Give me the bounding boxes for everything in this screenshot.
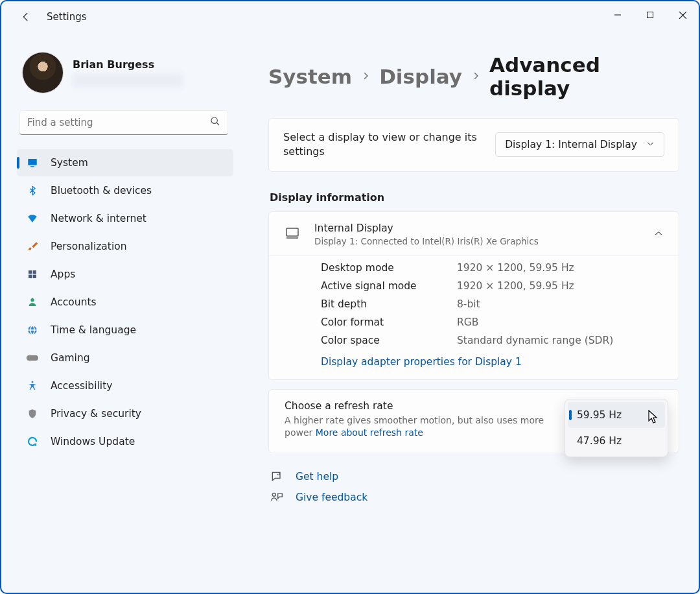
- svg-rect-8: [29, 270, 32, 274]
- monitor-icon: [285, 225, 300, 243]
- select-display-label: Select a display to view or change its s…: [283, 130, 478, 160]
- sidebar-item-label: Personalization: [51, 241, 127, 252]
- breadcrumb: System Display Advanced display: [268, 53, 679, 100]
- get-help-link[interactable]: Get help: [296, 471, 338, 482]
- maximize-button[interactable]: [634, 1, 666, 29]
- sidebar-item-label: Accessibility: [51, 380, 112, 392]
- sidebar-item-label: Apps: [51, 268, 75, 280]
- sidebar-item-windows-update[interactable]: Windows Update: [17, 428, 233, 455]
- display-sub: Display 1: Connected to Intel(R) Iris(R)…: [314, 236, 539, 246]
- sidebar-item-network-internet[interactable]: Network & internet: [17, 205, 233, 232]
- close-button[interactable]: [666, 1, 699, 29]
- svg-line-5: [216, 123, 219, 125]
- svg-point-4: [211, 117, 217, 123]
- svg-rect-16: [27, 355, 38, 361]
- sidebar-item-gaming[interactable]: Gaming: [17, 344, 233, 372]
- accessibility-icon: [26, 380, 39, 392]
- nav-list: SystemBluetooth & devicesNetwork & inter…: [17, 149, 233, 455]
- chevron-up-icon: [654, 228, 663, 241]
- sidebar-item-personalization[interactable]: Personalization: [17, 233, 233, 260]
- sidebar-item-label: Gaming: [51, 352, 90, 364]
- info-value: 1920 × 1200, 59.95 Hz: [457, 280, 574, 292]
- feedback-icon: [270, 491, 284, 504]
- svg-rect-18: [286, 228, 298, 236]
- svg-point-21: [272, 493, 275, 496]
- svg-rect-10: [29, 275, 32, 278]
- refresh-option-0[interactable]: 59.95 Hz: [568, 402, 665, 428]
- sidebar-item-label: Privacy & security: [51, 408, 141, 420]
- info-key: Desktop mode: [321, 262, 431, 274]
- breadcrumb-system[interactable]: System: [268, 65, 352, 88]
- chevron-right-icon: [361, 71, 370, 83]
- chevron-right-icon: [471, 71, 480, 83]
- give-feedback-row[interactable]: Give feedback: [270, 491, 679, 504]
- sidebar-item-accounts[interactable]: Accounts: [17, 289, 233, 316]
- globe-icon: [26, 324, 39, 336]
- svg-point-17: [32, 381, 34, 383]
- info-value: Standard dynamic range (SDR): [457, 335, 613, 346]
- info-key: Active signal mode: [321, 280, 431, 292]
- profile-block[interactable]: Brian Burgess: [17, 40, 233, 109]
- info-value: RGB: [457, 316, 478, 328]
- sidebar-item-label: Bluetooth & devices: [51, 185, 152, 196]
- sidebar-item-time-language[interactable]: Time & language: [17, 316, 233, 344]
- info-row: Desktop mode1920 × 1200, 59.95 Hz: [321, 259, 663, 277]
- svg-rect-11: [33, 275, 36, 278]
- minimize-button[interactable]: [601, 1, 634, 29]
- svg-point-20: [277, 474, 279, 475]
- info-key: Bit depth: [321, 298, 431, 310]
- display-dropdown-value: Display 1: Internal Display: [505, 139, 637, 150]
- sidebar-item-accessibility[interactable]: Accessibility: [17, 372, 233, 399]
- back-button[interactable]: [19, 10, 32, 23]
- info-value: 1920 × 1200, 59.95 Hz: [457, 262, 574, 274]
- chevron-down-icon: [646, 139, 655, 150]
- gamepad-icon: [26, 353, 39, 362]
- bluetooth-icon: [26, 185, 39, 196]
- sidebar-item-bluetooth-devices[interactable]: Bluetooth & devices: [17, 177, 233, 204]
- search-icon: [210, 116, 220, 129]
- profile-email-blurred: [73, 73, 183, 88]
- brush-icon: [26, 241, 39, 252]
- sidebar-item-privacy-security[interactable]: Privacy & security: [17, 400, 233, 427]
- breadcrumb-display[interactable]: Display: [379, 65, 462, 88]
- refresh-rate-card: Choose a refresh rate A higher rate give…: [268, 389, 679, 453]
- help-icon: [270, 470, 284, 483]
- sidebar-item-label: Time & language: [51, 324, 136, 336]
- info-row: Active signal mode1920 × 1200, 59.95 Hz: [321, 277, 663, 295]
- breadcrumb-current: Advanced display: [489, 53, 679, 100]
- search-box[interactable]: [19, 110, 228, 135]
- more-about-refresh-link[interactable]: More about refresh rate: [316, 427, 423, 438]
- give-feedback-link[interactable]: Give feedback: [296, 492, 368, 503]
- info-value: 8-bit: [457, 298, 480, 310]
- display-info-header[interactable]: Internal Display Display 1: Connected to…: [269, 212, 679, 255]
- info-row: Color formatRGB: [321, 313, 663, 331]
- get-help-row[interactable]: Get help: [270, 470, 679, 483]
- refresh-rate-popup: 59.95 Hz 47.96 Hz: [565, 399, 668, 457]
- avatar: [22, 52, 64, 93]
- refresh-option-1[interactable]: 47.96 Hz: [568, 428, 665, 454]
- svg-rect-6: [28, 159, 37, 165]
- refresh-rate-desc: A higher rate gives smoother motion, but…: [285, 414, 557, 440]
- svg-rect-1: [648, 12, 653, 18]
- info-row: Bit depth8-bit: [321, 295, 663, 313]
- search-input[interactable]: [19, 110, 228, 135]
- person-icon: [26, 296, 39, 308]
- svg-point-12: [30, 298, 34, 302]
- info-key: Color space: [321, 335, 431, 346]
- wifi-icon: [26, 213, 39, 224]
- display-icon: [26, 157, 39, 169]
- sidebar-item-apps[interactable]: Apps: [17, 261, 233, 288]
- shield-icon: [26, 408, 39, 420]
- display-dropdown[interactable]: Display 1: Internal Display: [495, 132, 664, 157]
- info-key: Color format: [321, 316, 431, 328]
- profile-name: Brian Burgess: [73, 58, 183, 71]
- sidebar-item-label: Windows Update: [51, 436, 135, 447]
- sidebar-item-system[interactable]: System: [17, 149, 233, 176]
- adapter-properties-link[interactable]: Display adapter properties for Display 1: [321, 356, 663, 368]
- sidebar-item-label: Accounts: [51, 296, 97, 308]
- select-display-card: Select a display to view or change its s…: [268, 118, 679, 172]
- cursor-icon: [648, 410, 659, 427]
- sidebar-item-label: Network & internet: [51, 213, 146, 224]
- display-name: Internal Display: [314, 222, 539, 234]
- sidebar-item-label: System: [51, 157, 88, 169]
